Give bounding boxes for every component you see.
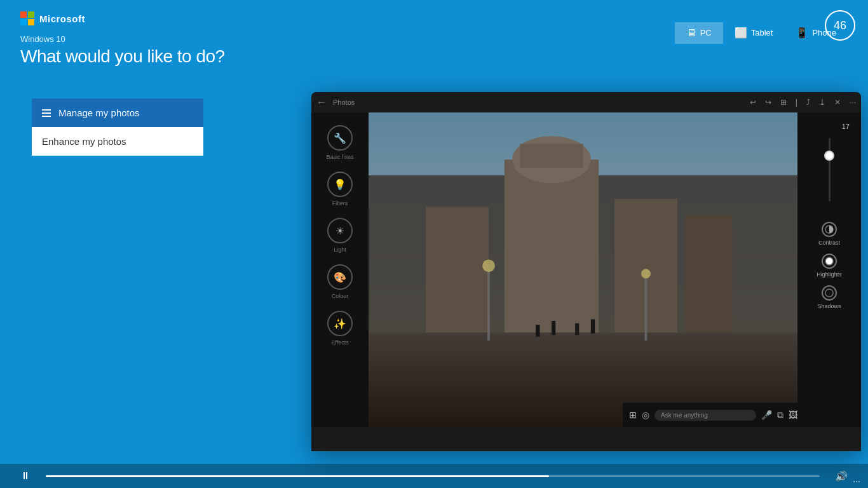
app-screenshot: ← Photos ↩ ↪ ⊞ | ⤴ ⤓ ✕ ··· 🔧 Basic fixes… (311, 92, 861, 451)
contrast-adj[interactable]: Contrast (804, 222, 855, 246)
search-placeholder: Ask me anything (661, 412, 708, 419)
filters-tool[interactable]: 💡 Filters (327, 172, 353, 207)
hamburger-icon (42, 109, 51, 117)
filters-icon: 💡 (327, 172, 353, 197)
header: Microsoft Windows 10 What would you like… (0, 0, 868, 89)
progress-fill (46, 475, 549, 477)
mic-icon[interactable]: 🎤 (761, 410, 772, 420)
shadows-icon (822, 285, 837, 301)
enhance-photos-item[interactable]: Enhance my photos (32, 127, 203, 156)
filters-label: Filters (332, 200, 348, 207)
start-button[interactable]: ⊞ (629, 410, 637, 420)
volume-icon[interactable]: 🔊 (835, 470, 848, 482)
enhance-photos-label: Enhance my photos (42, 136, 126, 147)
pc-button[interactable]: 🖥 PC (675, 22, 723, 44)
highlights-adj[interactable]: Highlights (804, 254, 855, 278)
manage-photos-item[interactable]: Manage my photos (32, 98, 203, 127)
basic-fixes-tool[interactable]: 🔧 Basic fixes (326, 125, 353, 160)
search-circle-icon: ◎ (642, 410, 649, 420)
more-icon[interactable]: ··· (850, 98, 856, 107)
highlights-label: Highlights (817, 271, 842, 278)
windows-label: Windows 10 (20, 34, 225, 44)
window-chrome: ← Photos ↩ ↪ ⊞ | ⤴ ⤓ ✕ ··· (311, 92, 861, 112)
header-left: Microsoft Windows 10 What would you like… (20, 11, 225, 67)
microsoft-logo: Microsoft (20, 11, 225, 25)
colour-tool[interactable]: 🎨 Colour (327, 264, 353, 299)
microsoft-wordmark: Microsoft (39, 13, 85, 24)
progress-track[interactable] (46, 475, 820, 477)
tablet-label: Tablet (751, 28, 773, 37)
close-edit-icon[interactable]: ✕ (834, 98, 841, 107)
shadows-label: Shadows (817, 303, 841, 309)
tablet-icon: ⬜ (735, 27, 747, 39)
svg-rect-17 (369, 112, 797, 427)
photo-main (369, 112, 797, 427)
shadows-adj[interactable]: Shadows (804, 285, 855, 309)
light-tool[interactable]: ☀ Light (327, 218, 353, 253)
photo-editor: 🔧 Basic fixes 💡 Filters ☀ Light 🎨 Colour… (311, 112, 861, 427)
photos-taskbar-icon[interactable]: 🖼 (789, 410, 797, 420)
basic-fixes-icon: 🔧 (327, 125, 353, 151)
device-toggle: 🖥 PC ⬜ Tablet 📱 Phone (675, 22, 848, 44)
city-photo (369, 112, 797, 427)
sidebar-menu: Manage my photos Enhance my photos (32, 98, 203, 156)
city-svg (369, 112, 797, 427)
tablet-button[interactable]: ⬜ Tablet (723, 22, 785, 44)
undo-icon[interactable]: ↩ (750, 98, 756, 107)
colour-icon: 🎨 (327, 264, 353, 290)
separator: | (796, 98, 797, 107)
pc-label: PC (700, 28, 712, 37)
timer-value: 46 (834, 19, 846, 32)
phone-icon: 📱 (796, 27, 808, 39)
slider-track (829, 138, 831, 201)
taskbar: ⊞ ◎ Ask me anything 🎤 ⧉ 🖼 ⌨ 🔊 12:00 17/0… (623, 403, 861, 427)
light-label: Light (334, 247, 346, 253)
effects-tool[interactable]: ✨ Effects (327, 311, 353, 346)
pc-icon: 🖥 (686, 27, 696, 39)
crop-icon[interactable]: ⊞ (780, 98, 787, 107)
bottom-bar: ⏸ 🔊 (0, 464, 868, 488)
slider-thumb (824, 151, 834, 161)
main-slider[interactable] (810, 138, 848, 214)
contrast-icon (822, 222, 837, 237)
page-title: What would you like to do? (20, 46, 225, 67)
pause-button[interactable]: ⏸ (20, 470, 31, 482)
adjustment-number: 17 (842, 123, 850, 130)
redo-icon[interactable]: ↪ (765, 98, 771, 107)
svg-point-19 (825, 257, 833, 265)
contrast-label: Contrast (818, 240, 840, 246)
app-window-title: Photos (333, 98, 355, 106)
share-icon[interactable]: ⤴ (806, 98, 810, 107)
svg-point-20 (825, 289, 833, 297)
chrome-left: ← Photos (316, 97, 355, 108)
save-icon[interactable]: ⤓ (819, 98, 825, 107)
taskbar-search[interactable]: Ask me anything (654, 410, 756, 421)
effects-icon: ✨ (327, 311, 353, 336)
manage-photos-label: Manage my photos (58, 107, 140, 118)
microsoft-grid-icon (20, 11, 34, 25)
back-button[interactable]: ← (316, 97, 327, 108)
adjustments-panel: 17 Contrast (797, 112, 861, 427)
basic-fixes-label: Basic fixes (326, 154, 353, 160)
highlights-icon (822, 254, 837, 269)
chrome-right: ↩ ↪ ⊞ | ⤴ ⤓ ✕ ··· (750, 98, 856, 107)
effects-label: Effects (331, 339, 348, 346)
colour-label: Colour (332, 293, 349, 299)
timer-circle: 46 (825, 10, 855, 41)
tools-panel: 🔧 Basic fixes 💡 Filters ☀ Light 🎨 Colour… (311, 112, 369, 427)
more-menu[interactable]: ... (853, 474, 860, 484)
light-icon: ☀ (327, 218, 353, 243)
task-view-icon[interactable]: ⧉ (777, 410, 783, 421)
